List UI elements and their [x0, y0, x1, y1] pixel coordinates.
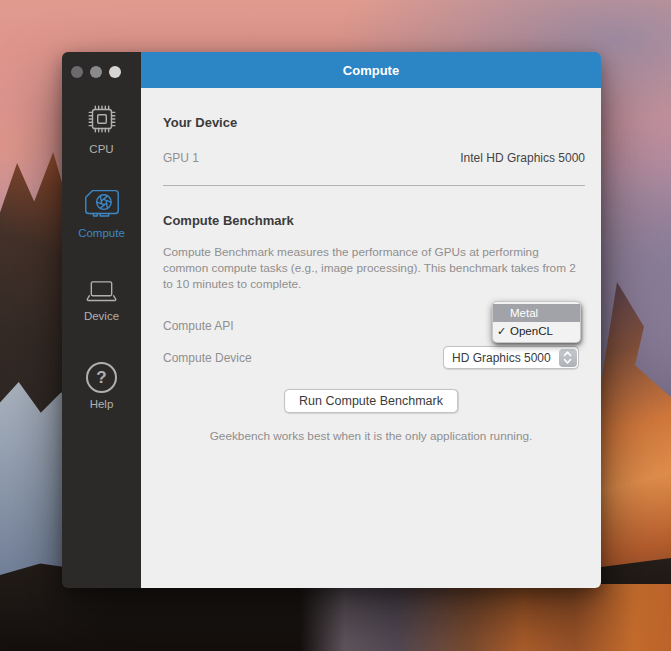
gpu-row: GPU 1 Intel HD Graphics 5000 [163, 151, 585, 165]
checkmark-icon: ✓ [493, 325, 510, 338]
select-stepper-icon[interactable] [559, 349, 577, 367]
geekbench-window: CPU Compute Device ? [62, 52, 601, 588]
your-device-heading: Your Device [163, 115, 237, 130]
footer-note: Geekbench works best when it is the only… [141, 429, 601, 443]
sidebar-item-compute[interactable]: Compute [62, 186, 141, 239]
compute-api-menu: Metal ✓ OpenCL [492, 301, 581, 343]
content-area: Your Device GPU 1 Intel HD Graphics 5000… [141, 88, 601, 588]
menu-item-opencl[interactable]: ✓ OpenCL [493, 322, 580, 340]
wallpaper-bottom-orange-glow [300, 584, 671, 651]
traffic-lights [71, 66, 121, 78]
gpu-value: Intel HD Graphics 5000 [460, 151, 585, 165]
sidebar-item-label: Compute [78, 227, 125, 239]
menu-item-label: OpenCL [510, 325, 553, 337]
cpu-chip-icon [83, 100, 121, 138]
zoom-button[interactable] [109, 66, 121, 78]
help-question-icon: ? [86, 362, 117, 393]
window-title: Compute [343, 63, 399, 78]
desktop: CPU Compute Device ? [0, 0, 671, 651]
window-title-bar: Compute [141, 52, 601, 88]
run-compute-benchmark-button[interactable]: Run Compute Benchmark [284, 389, 458, 413]
sidebar-item-help[interactable]: ? Help [62, 362, 141, 410]
benchmark-description: Compute Benchmark measures the performan… [163, 244, 587, 292]
compute-api-row: Compute API [163, 319, 234, 333]
compute-device-label: Compute Device [163, 351, 252, 365]
sidebar: CPU Compute Device ? [62, 52, 141, 588]
laptop-icon [83, 280, 120, 305]
compute-benchmark-heading: Compute Benchmark [163, 213, 294, 228]
gpu-fan-icon [81, 186, 123, 222]
compute-device-selected-value: HD Graphics 5000 [444, 351, 578, 365]
compute-device-row: Compute Device [163, 351, 252, 365]
sidebar-item-label: CPU [89, 143, 113, 155]
sidebar-item-label: Device [84, 310, 119, 322]
compute-api-label: Compute API [163, 319, 234, 333]
sidebar-item-label: Help [90, 398, 114, 410]
menu-item-metal[interactable]: Metal [493, 304, 580, 322]
close-button[interactable] [71, 66, 83, 78]
sidebar-item-device[interactable]: Device [62, 280, 141, 322]
compute-device-select[interactable]: HD Graphics 5000 [443, 346, 579, 369]
gpu-label: GPU 1 [163, 151, 199, 165]
section-divider [163, 185, 585, 186]
minimize-button[interactable] [90, 66, 102, 78]
menu-item-label: Metal [510, 307, 538, 319]
sidebar-item-cpu[interactable]: CPU [62, 100, 141, 155]
